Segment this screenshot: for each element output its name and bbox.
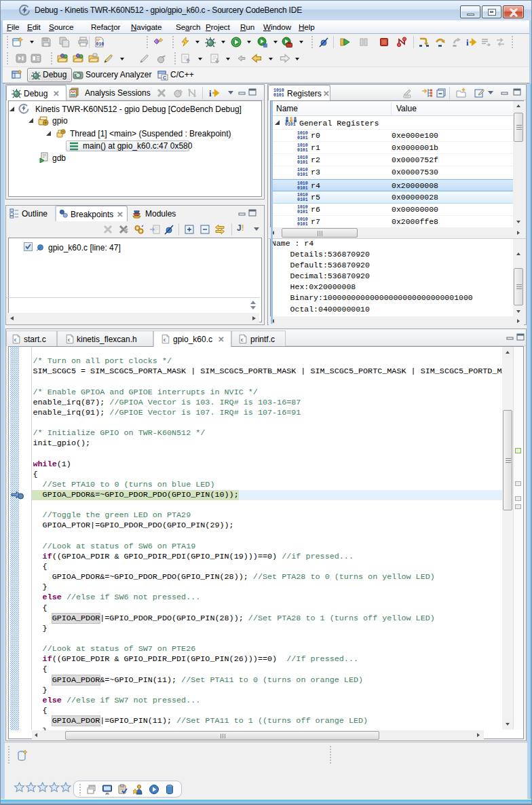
svg-text:c: c [241, 337, 244, 343]
svg-text:C: C [163, 75, 166, 80]
svg-text:c: c [164, 337, 166, 343]
svg-text:i: i [466, 37, 469, 48]
svg-text:010: 010 [96, 42, 104, 47]
svg-text:c: c [68, 337, 71, 343]
svg-text:i: i [209, 88, 212, 98]
svg-text:c: c [14, 337, 17, 343]
